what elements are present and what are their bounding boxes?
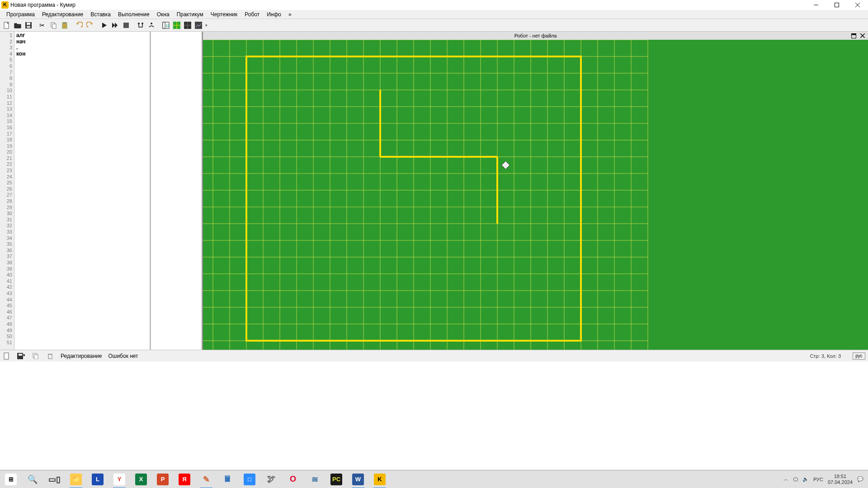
line-gutter: 1234567891011121314151617181920212223242… <box>0 32 14 350</box>
tray-date: 07.04.2024 <box>828 479 853 485</box>
menu-Редактирование[interactable]: Редактирование <box>38 10 87 19</box>
robot-field[interactable] <box>203 40 868 350</box>
svg-rect-13 <box>123 23 129 28</box>
taskbar-opera[interactable]: O <box>282 470 304 488</box>
tray-volume-icon[interactable]: 🔈 <box>802 476 809 482</box>
svg-rect-87 <box>34 355 38 359</box>
svg-rect-18 <box>163 22 165 28</box>
menu-Окна[interactable]: Окна <box>153 10 173 19</box>
layout3-button[interactable] <box>183 20 193 30</box>
taskbar-pycharm[interactable]: PC <box>326 470 347 488</box>
taskbar-ya-red[interactable]: Я <box>174 470 195 488</box>
menu-Программа[interactable]: Программа <box>3 10 38 19</box>
svg-point-14 <box>138 23 140 24</box>
taskbar-snip[interactable]: ✎ <box>195 470 217 488</box>
taskbar-bird[interactable]: 🕊 <box>260 470 282 488</box>
menu-Инфо[interactable]: Инфо <box>263 10 285 19</box>
new-button[interactable] <box>2 20 12 30</box>
sb-doc-icon[interactable] <box>3 352 11 360</box>
sb-copy-icon[interactable] <box>32 352 40 360</box>
save-button[interactable] <box>24 20 33 30</box>
menubar: ПрограммаРедактированиеВставкаВыполнение… <box>0 10 868 19</box>
cut-button[interactable]: ✂ <box>38 20 48 30</box>
app-icon: K <box>1 1 9 9</box>
menu-Чертежник[interactable]: Чертежник <box>207 10 241 19</box>
taskbar-powerpoint[interactable]: P <box>152 470 174 488</box>
statusbar: ▾ Редактирование Ошибок нет Стр: 3, Кол:… <box>0 350 868 361</box>
svg-rect-88 <box>48 354 52 359</box>
svg-rect-83 <box>4 353 9 359</box>
robot-panel-header: Робот - нет файла <box>203 32 868 40</box>
menu-Робот[interactable]: Робот <box>241 10 263 19</box>
layout1-button[interactable]: 10 <box>161 20 171 30</box>
svg-text:10: 10 <box>165 23 170 28</box>
sb-save-icon[interactable]: ▾ <box>17 352 25 360</box>
stop-button[interactable] <box>121 20 131 30</box>
step-into-button[interactable] <box>136 20 146 30</box>
tray-notifications-icon[interactable]: 💬 <box>857 476 863 482</box>
maximize-button[interactable] <box>826 0 847 10</box>
svg-point-15 <box>142 23 143 24</box>
tray-clock[interactable]: 18:51 07.04.2024 <box>828 474 853 484</box>
step-over-button[interactable] <box>146 20 156 30</box>
redo-button[interactable] <box>85 20 95 30</box>
menu-Вставка[interactable]: Вставка <box>87 10 114 19</box>
status-editing-label: Редактирование <box>61 353 102 359</box>
svg-rect-1 <box>835 3 839 7</box>
code-panel: 1234567891011121314151617181920212223242… <box>0 32 203 350</box>
taskbar-zoom[interactable]: □ <box>239 470 260 488</box>
minimize-button[interactable] <box>806 0 826 10</box>
window-title: Новая программа - Кумир <box>10 2 75 8</box>
status-errors-label: Ошибок нет <box>108 353 138 359</box>
menu-»[interactable]: » <box>285 10 295 19</box>
taskbar: ⊞🔍▭▯📁LYXPЯ✎🖩□🕊O≋PCWK ︿ 🖵 🔈 РУС 18:51 07.… <box>0 470 868 488</box>
svg-rect-28 <box>851 33 856 35</box>
svg-point-16 <box>151 23 152 24</box>
taskbar-search[interactable]: 🔍 <box>22 470 43 488</box>
taskbar-yandex[interactable]: Y <box>108 470 130 488</box>
paste-button[interactable] <box>60 20 70 30</box>
main-split: 1234567891011121314151617181920212223242… <box>0 32 868 350</box>
toolbar: ✂ 10 ▾ <box>0 19 868 32</box>
tray-time: 18:51 <box>828 474 853 479</box>
taskbar-kumir[interactable]: K <box>369 470 391 488</box>
sb-delete-icon[interactable] <box>46 352 54 360</box>
undo-button[interactable] <box>74 20 84 30</box>
tray-monitor-icon[interactable]: 🖵 <box>793 477 798 482</box>
copy-button[interactable] <box>49 20 59 30</box>
menu-Практикум[interactable]: Практикум <box>173 10 207 19</box>
menu-Выполнение[interactable]: Выполнение <box>114 10 153 19</box>
taskbar-explorer[interactable]: 📁 <box>65 470 87 488</box>
taskbar-l-app[interactable]: L <box>87 470 108 488</box>
taskbar-taskview[interactable]: ▭▯ <box>43 470 65 488</box>
robot-panel-title: Робот - нет файла <box>514 33 557 38</box>
svg-rect-7 <box>27 26 30 28</box>
svg-text:✂: ✂ <box>39 22 45 29</box>
system-tray[interactable]: ︿ 🖵 🔈 РУС 18:51 07.04.2024 💬 <box>783 474 868 484</box>
robot-marker[interactable] <box>502 161 510 169</box>
layout2-button[interactable] <box>172 20 182 30</box>
toolbar-overflow-icon[interactable]: ▾ <box>204 23 208 28</box>
svg-rect-85 <box>19 354 22 356</box>
taskbar-calc[interactable]: 🖩 <box>217 470 239 488</box>
panel-close-button[interactable] <box>859 32 866 39</box>
taskbar-python[interactable]: ≋ <box>304 470 326 488</box>
tray-lang[interactable]: РУС <box>813 477 823 482</box>
popout-button[interactable] <box>850 32 857 39</box>
close-button[interactable] <box>847 0 868 10</box>
run-button[interactable] <box>99 20 109 30</box>
step-button[interactable] <box>110 20 120 30</box>
svg-rect-6 <box>27 23 30 25</box>
svg-rect-12 <box>63 22 66 23</box>
svg-rect-10 <box>52 24 56 28</box>
tray-chevron-icon[interactable]: ︿ <box>783 476 788 483</box>
taskbar-start[interactable]: ⊞ <box>0 470 22 488</box>
editor-aux-panel <box>151 32 202 350</box>
layout4-button[interactable] <box>193 20 203 30</box>
taskbar-word[interactable]: W <box>347 470 369 488</box>
code-editor[interactable]: алгнач.кон <box>14 32 150 350</box>
status-kb-indicator[interactable]: рус <box>853 352 865 360</box>
status-cursor-pos: Стр: 3, Кол: 3 <box>810 353 844 359</box>
open-button[interactable] <box>13 20 23 30</box>
taskbar-excel[interactable]: X <box>130 470 152 488</box>
